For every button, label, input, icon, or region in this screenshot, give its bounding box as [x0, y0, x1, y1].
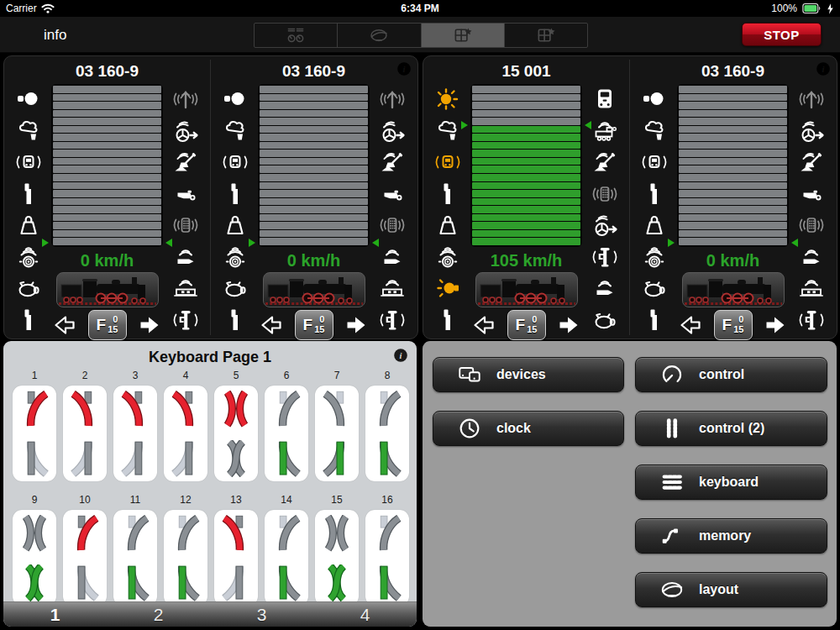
menu-button-memory[interactable]: memory — [635, 518, 827, 554]
function-button-train-sound[interactable] — [218, 148, 253, 176]
segment-grid-star-2[interactable] — [422, 24, 505, 47]
function-button-whistle[interactable] — [375, 180, 410, 208]
turnout-straight-button[interactable] — [214, 564, 258, 601]
menu-button-devices[interactable]: devices — [433, 357, 624, 392]
turnout-straight-button[interactable] — [13, 439, 56, 477]
function-button-coal-shovel-sound[interactable] — [375, 148, 410, 176]
direction-reverse-button[interactable] — [258, 312, 285, 339]
turnout-straight-button[interactable] — [63, 564, 107, 601]
turnout-branch-button[interactable] — [113, 390, 157, 428]
turnout-branch-button[interactable] — [164, 514, 207, 552]
direction-reverse-button[interactable] — [677, 312, 704, 339]
function-button-air-vent-sound[interactable] — [168, 243, 203, 271]
function-button-smoke-generator[interactable] — [430, 117, 465, 145]
function-button-headlight[interactable] — [218, 85, 253, 113]
function-button-telex-keypad[interactable] — [375, 211, 410, 239]
function-button-coal-shovel-sound[interactable] — [168, 148, 203, 176]
function-button-loco-sound[interactable] — [587, 117, 622, 145]
function-button-pig-whistle[interactable] — [11, 274, 46, 302]
turnout-branch-button[interactable] — [113, 514, 157, 552]
stop-button[interactable]: STOP — [742, 23, 822, 46]
turnout-branch-button[interactable] — [315, 514, 359, 552]
turnout-straight-button[interactable] — [265, 564, 308, 601]
function-button-pantograph-sound[interactable] — [375, 85, 410, 113]
function-button-water-crane[interactable] — [375, 306, 410, 334]
keyboard-page-tab-1[interactable]: 1 — [3, 602, 107, 627]
function-button-air-vent-sound[interactable] — [794, 243, 829, 271]
keyboard-page-tab-2[interactable]: 2 — [107, 602, 210, 627]
turnout-branch-button[interactable] — [265, 390, 308, 428]
function-button-fan-sound[interactable] — [375, 117, 410, 145]
function-button-pig-whistle[interactable] — [587, 306, 622, 334]
function-bank-button[interactable]: F015 — [714, 310, 753, 340]
turnout-branch-button[interactable] — [63, 390, 107, 428]
menu-button-control-2-[interactable]: control (2) — [635, 411, 827, 446]
function-button-smoke-generator[interactable] — [218, 117, 253, 145]
turnout-straight-button[interactable] — [113, 439, 157, 477]
function-button-water-crane[interactable] — [587, 243, 622, 271]
function-button-air-vent-sound[interactable] — [375, 243, 410, 271]
function-button-smoke-generator[interactable] — [11, 117, 46, 145]
menu-button-clock[interactable]: clock — [433, 411, 624, 446]
direction-reverse-button[interactable] — [470, 312, 497, 339]
turnout-branch-button[interactable] — [214, 390, 258, 428]
segment-dual-dials-0[interactable] — [255, 24, 338, 47]
direction-reverse-button[interactable] — [51, 312, 78, 339]
function-button-water-crane[interactable] — [794, 306, 829, 334]
turnout-branch-button[interactable] — [13, 514, 56, 552]
turnout-straight-button[interactable] — [315, 564, 359, 601]
function-button-fan-sound[interactable] — [794, 117, 829, 145]
function-button-coupler-lever[interactable] — [11, 306, 46, 334]
direction-forward-button[interactable] — [343, 312, 370, 339]
function-button-pantograph-sound[interactable] — [794, 85, 829, 113]
function-button-wagon-sound[interactable] — [794, 274, 829, 302]
function-button-train-sound[interactable] — [11, 148, 46, 176]
function-button-weight[interactable] — [637, 211, 672, 239]
turnout-branch-button[interactable] — [365, 390, 409, 428]
function-button-speaker-sound[interactable] — [218, 243, 253, 271]
function-button-headlight[interactable] — [637, 85, 672, 113]
turnout-straight-button[interactable] — [365, 439, 409, 477]
segment-track-layout-1[interactable] — [338, 24, 421, 47]
turnout-branch-button[interactable] — [365, 514, 409, 552]
turnout-branch-button[interactable] — [315, 390, 359, 428]
turnout-straight-button[interactable] — [164, 439, 207, 477]
keyboard-info-button[interactable]: i — [392, 347, 409, 364]
function-button-coupler-lever[interactable] — [637, 180, 672, 208]
function-button-fan-sound[interactable] — [587, 211, 622, 239]
function-button-coal-shovel-sound[interactable] — [794, 148, 829, 176]
function-button-water-crane[interactable] — [168, 306, 203, 334]
function-button-telex-keypad[interactable] — [794, 211, 829, 239]
turnout-straight-button[interactable] — [63, 439, 107, 477]
function-button-coupler-lever[interactable] — [637, 306, 672, 334]
loco-image-button[interactable] — [475, 272, 578, 307]
function-button-speaker-sound[interactable] — [637, 243, 672, 271]
function-button-speaker-sound[interactable] — [11, 243, 46, 271]
loco-image-button[interactable] — [263, 272, 365, 307]
turnout-straight-button[interactable] — [365, 564, 409, 601]
function-button-smoke-generator[interactable] — [637, 117, 672, 145]
speed-slider[interactable] — [258, 84, 370, 247]
direction-forward-button[interactable] — [555, 312, 582, 339]
function-button-headlight[interactable] — [11, 85, 46, 113]
turnout-straight-button[interactable] — [265, 439, 308, 477]
speed-slider[interactable] — [677, 84, 789, 247]
turnout-branch-button[interactable] — [265, 514, 308, 552]
speed-slider[interactable] — [470, 84, 582, 247]
turnout-branch-button[interactable] — [164, 390, 207, 428]
turnout-branch-button[interactable] — [63, 514, 107, 552]
panel-info-button[interactable]: i — [396, 60, 412, 77]
function-button-speaker-sound[interactable] — [430, 243, 465, 271]
function-bank-button[interactable]: F015 — [507, 310, 546, 340]
menu-button-layout[interactable]: layout — [635, 572, 827, 607]
function-button-bulb-rays[interactable] — [430, 85, 465, 113]
function-button-whistle[interactable] — [794, 180, 829, 208]
segment-grid-star-3[interactable] — [505, 24, 587, 47]
function-button-weight[interactable] — [11, 211, 46, 239]
function-button-fan-sound[interactable] — [168, 117, 203, 145]
function-button-coupler-lever[interactable] — [430, 180, 465, 208]
function-button-coupler-lever[interactable] — [11, 180, 46, 208]
turnout-straight-button[interactable] — [113, 564, 157, 601]
function-button-coupler-lever[interactable] — [218, 306, 253, 334]
turnout-straight-button[interactable] — [214, 439, 258, 477]
